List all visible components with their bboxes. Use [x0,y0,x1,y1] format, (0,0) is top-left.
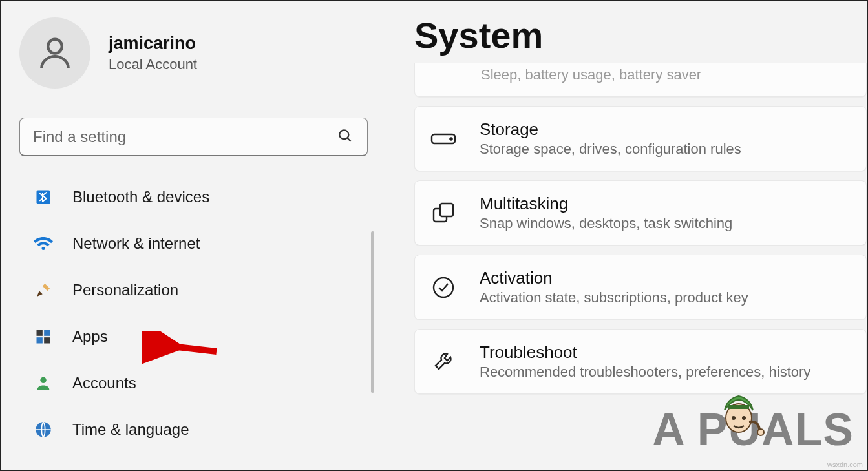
svg-point-7 [40,377,46,383]
card-title: Activation [480,268,748,288]
main-content: System Sleep, battery usage, battery sav… [382,1,867,470]
card-texts: Troubleshoot Recommended troubleshooters… [480,342,810,381]
storage-icon [429,129,458,149]
card-texts: Storage Storage space, drives, configura… [480,120,741,158]
svg-point-11 [450,138,452,140]
svg-rect-6 [44,337,50,343]
card-title: Multitasking [480,194,732,214]
search-icon [337,127,354,147]
card-sub: Snap windows, desktops, task switching [480,215,732,232]
sidebar-scrollbar[interactable] [371,231,374,393]
multitask-icon [429,200,458,226]
avatar [19,17,90,89]
svg-rect-3 [37,330,43,336]
svg-rect-13 [440,204,453,216]
bluetooth-icon [34,187,53,207]
sidebar-nav: Bluetooth & devices Network & internet P… [19,176,368,451]
wifi-icon [34,234,53,253]
card-texts: Activation Activation state, subscriptio… [480,268,748,306]
card-sub: Sleep, battery usage, battery saver [481,67,701,83]
sidebar-item-label: Accounts [72,374,136,392]
card-troubleshoot[interactable]: Troubleshoot Recommended troubleshooters… [414,329,867,394]
sidebar: jamicarino Local Account Bluetooth & dev… [1,1,382,470]
sidebar-item-bluetooth-devices[interactable]: Bluetooth & devices [19,176,368,218]
page-title: System [414,14,867,56]
card-texts: Sleep, battery usage, battery saver [429,65,701,83]
card-storage[interactable]: Storage Storage space, drives, configura… [414,106,867,171]
card-sub: Recommended troubleshooters, preferences… [480,364,810,381]
svg-point-14 [434,278,453,297]
sidebar-item-accounts[interactable]: Accounts [19,362,368,404]
user-texts: jamicarino Local Account [109,34,197,73]
settings-window: jamicarino Local Account Bluetooth & dev… [1,1,867,470]
card-sub: Activation state, subscriptions, product… [480,289,748,306]
personalization-icon [34,280,53,300]
card-multitasking[interactable]: Multitasking Snap windows, desktops, tas… [414,180,867,246]
apps-icon [34,327,53,346]
activation-icon [429,275,458,300]
search-box[interactable] [19,118,368,156]
user-name: jamicarino [109,34,197,54]
sidebar-item-label: Time & language [72,421,189,439]
sidebar-item-label: Bluetooth & devices [72,188,209,206]
time-language-icon [34,420,53,439]
sidebar-item-label: Network & internet [72,235,200,253]
svg-line-2 [347,138,350,141]
settings-cards: Sleep, battery usage, battery saver Stor… [414,63,867,394]
card-activation[interactable]: Activation Activation state, subscriptio… [414,255,867,320]
svg-point-0 [48,39,62,54]
sidebar-item-label: Apps [72,328,108,346]
sidebar-item-network-internet[interactable]: Network & internet [19,222,368,265]
card-sub: Storage space, drives, configuration rul… [480,141,741,158]
card-texts: Multitasking Snap windows, desktops, tas… [480,194,732,232]
accounts-icon [34,373,53,393]
user-block[interactable]: jamicarino Local Account [19,17,368,89]
svg-point-1 [339,130,348,139]
troubleshoot-icon [429,350,458,374]
search-input[interactable] [19,118,368,156]
card-title: Storage [480,120,741,140]
svg-rect-4 [44,330,50,336]
sidebar-item-label: Personalization [72,281,178,299]
card-power[interactable]: Sleep, battery usage, battery saver [414,63,867,97]
user-icon [35,33,75,73]
user-type: Local Account [109,56,197,73]
sidebar-item-time-language[interactable]: Time & language [19,408,368,451]
sidebar-item-apps[interactable]: Apps [19,315,368,358]
card-title: Troubleshoot [480,342,810,362]
footer-source: wsxdn.com [827,461,863,468]
sidebar-item-personalization[interactable]: Personalization [19,269,368,311]
svg-rect-5 [37,337,43,343]
